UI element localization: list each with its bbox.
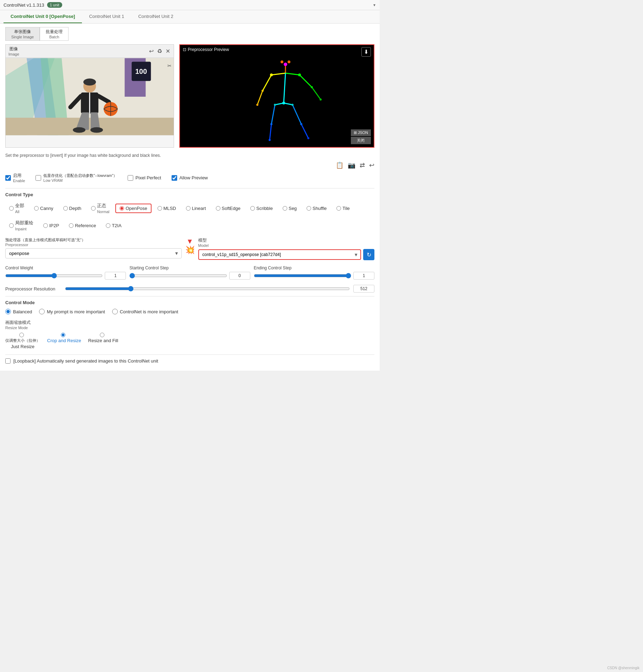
allow-preview-label: Allow Preview (179, 175, 208, 180)
svg-point-23 (284, 63, 287, 66)
lowvram-checkbox[interactable] (36, 175, 41, 181)
model-refresh-button[interactable]: ↻ (363, 249, 374, 260)
radio-normal[interactable]: 正态Normal (87, 201, 113, 216)
preprocessor-model-row: 预处理器（直接上传模式图或草稿时可选"无"） Preprocessor open… (5, 237, 374, 260)
swap-icon[interactable]: ⇄ (360, 161, 365, 169)
radio-depth[interactable]: Depth (59, 204, 85, 213)
svg-point-49 (270, 123, 272, 125)
preprocessor-preview: ⊡ Preprocessor Preview ⬇ (179, 44, 374, 148)
allow-preview-checkbox-group[interactable]: Allow Preview (172, 175, 208, 181)
control-weight-label: Control Weight (5, 265, 126, 270)
radio-seg[interactable]: Seg (279, 204, 301, 213)
image-upload-area: 图像 Image ↩ ♻ ✕ (5, 44, 174, 148)
svg-point-25 (281, 60, 283, 63)
collapse-arrow[interactable]: ▼ (373, 3, 376, 7)
pixel-perfect-label: Pixel Perfect (135, 175, 161, 180)
camera-icon[interactable]: 📷 (348, 161, 355, 169)
recycle-button[interactable]: ♻ (156, 47, 163, 55)
resolution-row: Preprocessor Resolution 512 (5, 285, 374, 293)
tab-unit1[interactable]: ControlNet Unit 1 (82, 10, 131, 23)
preprocessor-select-wrapper: openpose none openpose_face openpose_fac… (5, 248, 182, 258)
ending-step-col: Ending Control Step 1 (254, 265, 374, 280)
svg-point-24 (288, 60, 290, 63)
radio-shuffle[interactable]: Shuffle (303, 204, 330, 213)
starting-step-slider[interactable] (129, 273, 227, 279)
control-mode-title: Control Mode (5, 300, 374, 305)
app-title: ControlNet v1.1.313 (4, 2, 44, 8)
subtab-batch[interactable]: 批量处理 Batch (40, 27, 69, 41)
subtab-single[interactable]: 单张图像 Single Image (5, 27, 40, 41)
control-type-title: Control Type (5, 192, 374, 197)
tab-unit2[interactable]: ControlNet Unit 2 (131, 10, 180, 23)
radio-scribble[interactable]: Scribble (246, 204, 277, 213)
pixel-perfect-checkbox[interactable] (128, 175, 133, 181)
radio-ip2p[interactable]: IP2P (39, 221, 63, 230)
preview-label: ⊡ Preprocessor Preview (183, 47, 229, 52)
loopback-label: [Loopback] Automatically send generated … (13, 358, 158, 364)
json-close-buttons: ⊞ JSON 关闭 (351, 129, 371, 144)
enable-checkbox-group[interactable]: 启用 Enable (5, 173, 25, 183)
svg-point-40 (270, 73, 273, 76)
resize-crop[interactable]: Crop and Resize (47, 333, 81, 349)
radio-inpaint[interactable]: 局部重绘Inpaint (5, 218, 37, 233)
svg-rect-7 (6, 118, 174, 135)
svg-point-18 (73, 127, 85, 133)
arrow-down-icon: ▼ (186, 237, 193, 245)
control-type-row2: 局部重绘Inpaint IP2P Reference T2IA (5, 218, 374, 233)
loopback-checkbox[interactable] (5, 358, 11, 364)
close-zh-button[interactable]: 关闭 (351, 137, 371, 144)
starting-step-label: Starting Control Step (129, 265, 250, 270)
resize-just[interactable]: 仅调整大小（拉伸） Just Resize (5, 333, 40, 349)
lowvram-checkbox-group[interactable]: 低显存优化（需配合启动参数"--lowvram"） Low VRAM (36, 173, 117, 183)
mode-balanced[interactable]: Balanced (5, 309, 32, 314)
preprocessor-select[interactable]: openpose none openpose_face openpose_fac… (5, 248, 182, 258)
svg-point-9 (83, 78, 96, 85)
model-select-wrapper: control_v11p_sd15_openpose [cab727d4] No… (198, 249, 375, 260)
tab-unit0[interactable]: ControlNet Unit 0 [OpenPose] (4, 10, 82, 23)
radio-openpose[interactable]: OpenPose (115, 204, 151, 213)
radio-mlsd[interactable]: MLSD (154, 204, 180, 213)
mode-controlnet[interactable]: ControlNet is more important (112, 309, 178, 314)
radio-all[interactable]: 全部All (5, 201, 28, 216)
radio-lineart[interactable]: Lineart (182, 204, 210, 213)
resolution-label: Preprocessor Resolution (5, 286, 62, 292)
svg-point-52 (307, 137, 309, 139)
svg-point-48 (291, 104, 294, 106)
mode-prompt[interactable]: My prompt is more important (39, 309, 105, 314)
ending-step-slider[interactable] (254, 273, 351, 279)
preview-download-button[interactable]: ⬇ (361, 47, 371, 57)
radio-t2ia[interactable]: T2IA (102, 221, 125, 230)
enable-checkbox[interactable] (5, 175, 11, 181)
starting-step-value: 0 (229, 272, 250, 280)
model-col: 模型 Model control_v11p_sd15_openpose [cab… (198, 237, 375, 260)
radio-tile[interactable]: Tile (333, 204, 353, 213)
upload-image-container[interactable]: 100 (6, 58, 174, 135)
radio-canny[interactable]: Canny (30, 204, 57, 213)
control-mode-options: Balanced My prompt is more important Con… (5, 309, 374, 314)
undo-action-icon[interactable]: ↩ (369, 161, 374, 169)
svg-point-51 (300, 123, 302, 125)
allow-preview-checkbox[interactable] (172, 175, 177, 181)
resolution-slider[interactable] (65, 286, 350, 292)
json-button[interactable]: ⊞ JSON (351, 129, 371, 136)
radio-reference[interactable]: Reference (65, 221, 100, 230)
model-select[interactable]: control_v11p_sd15_openpose [cab727d4] No… (198, 249, 361, 260)
svg-text:100: 100 (135, 68, 147, 75)
scissors-button[interactable]: ✂ (167, 62, 172, 69)
hint-text: Set the preprocessor to [invert] If your… (5, 153, 374, 158)
skeleton-svg (180, 45, 352, 147)
sub-tabs: 单张图像 Single Image 批量处理 Batch (5, 27, 374, 41)
svg-point-44 (311, 86, 313, 88)
control-weight-slider[interactable] (5, 273, 103, 279)
close-button[interactable]: ✕ (165, 47, 171, 55)
unit-badge: 1 unit (47, 2, 62, 8)
explode-icon: 💥 (185, 245, 195, 255)
svg-point-43 (256, 104, 258, 106)
radio-softedge[interactable]: SoftEdge (212, 204, 245, 213)
paste-icon[interactable]: 📋 (336, 161, 343, 169)
undo-button[interactable]: ↩ (148, 47, 154, 55)
pixel-perfect-checkbox-group[interactable]: Pixel Perfect (128, 175, 161, 181)
resize-fill[interactable]: Resize and Fill (88, 333, 118, 349)
options-row: 启用 Enable 低显存优化（需配合启动参数"--lowvram"） Low … (5, 173, 374, 183)
image-upload-header: 图像 Image ↩ ♻ ✕ (6, 45, 174, 58)
